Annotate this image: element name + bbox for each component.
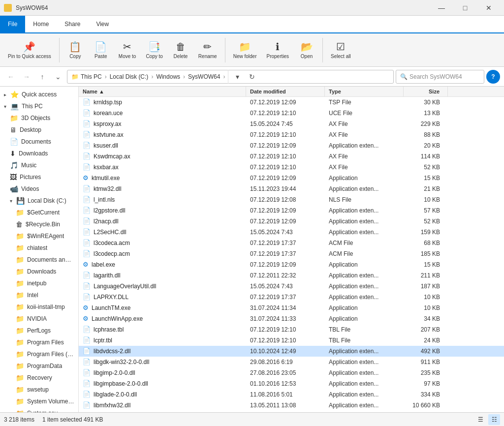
rename-button[interactable]: ✏ Rename <box>194 39 221 61</box>
file-name: l2gpstore.dll <box>94 207 126 214</box>
sidebar-item-local-disk-c[interactable]: ▾ 💾 Local Disk (C:) <box>0 195 78 207</box>
paste-button[interactable]: 📄 Paste <box>89 39 113 61</box>
move-to-button[interactable]: ✂ Move to <box>115 39 140 61</box>
table-row[interactable]: 📄 ksxbar.ax 07.12.2019 12:10 AX File 52 … <box>79 162 504 173</box>
sidebar-item-downloads-c[interactable]: 📁 Downloads <box>0 266 78 277</box>
sidebar-item-perflogs[interactable]: 📁 PerfLogs <box>0 325 78 336</box>
table-row[interactable]: 📄 korean.uce 07.12.2019 12:10 UCE File 1… <box>79 108 504 119</box>
sidebar-item-system-sav[interactable]: 📁 System.sav <box>0 407 78 412</box>
column-header-name[interactable]: Name ▲ <box>79 87 246 96</box>
sidebar-item-getcurrent[interactable]: 📁 $GetCurrent <box>0 207 78 218</box>
sidebar-item-downloads[interactable]: ⬇ Downloads <box>0 148 78 159</box>
sidebar-item-recovery[interactable]: 📁 Recovery <box>0 372 78 384</box>
recent-locations-button[interactable]: ⌄ <box>51 70 65 84</box>
large-icons-view-button[interactable]: ☷ <box>488 414 500 425</box>
sidebar-item-intel[interactable]: 📁 Intel <box>0 289 78 301</box>
table-row[interactable]: 📄 l3codecp.acm 07.12.2019 17:37 ACM File… <box>79 248 504 259</box>
table-row[interactable]: ⚙ LaunchTM.exe 31.07.2024 11:34 Applicat… <box>79 303 504 313</box>
table-row[interactable]: 📄 l3codeca.acm 07.12.2019 17:37 ACM File… <box>79 238 504 248</box>
table-row[interactable]: 📄 kstvtune.ax 07.12.2019 12:10 AX File 8… <box>79 129 504 140</box>
address-dropdown-button[interactable]: ▾ <box>230 70 244 84</box>
file-list[interactable]: 📄 krnldsp.tsp 07.12.2019 12:09 TSP File … <box>79 97 504 412</box>
file-name: ktmw32.dll <box>94 185 122 192</box>
sidebar-item-program-files-x86[interactable]: 📁 Program Files (x86... <box>0 348 78 360</box>
table-row[interactable]: 📄 libgimpbase-2.0-0.dll 01.10.2016 12:53… <box>79 378 504 389</box>
forward-button[interactable]: → <box>20 70 33 84</box>
table-row[interactable]: 📄 lagarith.dll 07.12.2011 22:32 Applicat… <box>79 270 504 281</box>
up-button[interactable]: ↑ <box>35 70 49 84</box>
sidebar-item-documents[interactable]: 📄 Documents <box>0 136 78 148</box>
table-row[interactable]: 📄 ksuser.dll 07.12.2019 12:09 Applicatio… <box>79 140 504 151</box>
table-row[interactable]: 📄 Kswdmcap.ax 07.12.2019 12:10 AX File 1… <box>79 151 504 162</box>
sidebar-item-nvidia[interactable]: 📁 NVIDIA <box>0 313 78 325</box>
table-row[interactable]: 📄 L2SecHC.dll 15.05.2024 7:43 Applicatio… <box>79 227 504 238</box>
breadcrumb-thispc[interactable]: This PC <box>81 73 102 80</box>
delete-button[interactable]: 🗑 Delete <box>169 39 192 61</box>
properties-button[interactable]: ℹ Properties <box>262 39 293 61</box>
tab-view[interactable]: View <box>88 16 117 32</box>
select-all-button[interactable]: ☑ Select all <box>327 39 355 61</box>
column-header-date[interactable]: Date modified <box>246 87 325 96</box>
table-row[interactable]: ⚙ ktmutil.exe 07.12.2019 12:09 Applicati… <box>79 173 504 183</box>
sidebar-item-program-files[interactable]: 📁 Program Files <box>0 336 78 348</box>
sidebar-item-chiatest[interactable]: 📁 chiatest <box>0 242 78 254</box>
table-row[interactable]: 📄 libglade-2.0-0.dll 11.08.2016 5:01 App… <box>79 389 504 400</box>
table-row[interactable]: 📄 libgdk-win32-2.0-0.dll 29.08.2016 6:19… <box>79 357 504 367</box>
sidebar-item-this-pc[interactable]: ▾ 💻 This PC <box>0 100 78 112</box>
sidebar-item-videos[interactable]: 📹 Videos <box>0 183 78 195</box>
copy-button[interactable]: 📋 Copy <box>63 39 87 61</box>
sidebar-item-programdata[interactable]: 📁 ProgramData <box>0 360 78 372</box>
table-row[interactable]: 📄 l_intl.nls 07.12.2019 12:08 NLS File 1… <box>79 194 504 205</box>
sidebar-item-3d-objects[interactable]: 📁 3D Objects <box>0 112 78 124</box>
table-row[interactable]: 📄 ksproxy.ax 15.05.2024 7:45 AX File 229… <box>79 119 504 129</box>
sidebar-item-system-volume[interactable]: 📁 System Volume In... <box>0 396 78 407</box>
close-button[interactable]: ✕ <box>477 0 500 16</box>
column-header-type[interactable]: Type <box>325 87 404 96</box>
sidebar-item-swsetup[interactable]: 📁 swsetup <box>0 384 78 396</box>
table-row[interactable]: 📄 LanguageOverlayUtil.dll 15.05.2024 7:4… <box>79 281 504 292</box>
table-row[interactable]: 📄 libdvdcss-2.dll 10.10.2024 12:49 Appli… <box>79 346 504 357</box>
copy-to-button[interactable]: 📑 Copy to <box>142 39 166 61</box>
sidebar-item-koii[interactable]: 📁 koii-install-tmp <box>0 301 78 313</box>
sidebar-item-inetpub[interactable]: 📁 inetpub <box>0 277 78 289</box>
pin-to-quick-access-button[interactable]: 📌 Pin to Quick access <box>4 39 55 61</box>
table-row[interactable]: 📄 LAPRXY.DLL 07.12.2019 17:37 Applicatio… <box>79 292 504 303</box>
table-row[interactable]: 📄 krnldsp.tsp 07.12.2019 12:09 TSP File … <box>79 97 504 108</box>
file-date: 07.12.2019 12:10 <box>246 109 325 118</box>
tab-file[interactable]: File <box>0 16 25 32</box>
table-row[interactable]: 📄 libmfxsw32.dll 13.05.2011 13:08 Applic… <box>79 411 504 412</box>
sidebar-item-desktop[interactable]: 🖥 Desktop <box>0 124 78 136</box>
sidebar-item-winreagent[interactable]: 📁 $WinREAgent <box>0 230 78 242</box>
breadcrumb-localdisk[interactable]: Local Disk (C:) <box>110 73 149 80</box>
sidebar-item-documents-and-s[interactable]: 📁 Documents and S... <box>0 254 78 266</box>
new-folder-button[interactable]: 📁 New folder <box>229 39 261 61</box>
sidebar-item-recycle-bin[interactable]: 🗑 $Recycle.Bin <box>0 218 78 230</box>
table-row[interactable]: 📄 libmfxhw32.dll 13.05.2011 13:08 Applic… <box>79 400 504 411</box>
breadcrumb-windows[interactable]: Windows <box>156 73 180 80</box>
help-button[interactable]: ? <box>486 70 500 84</box>
table-row[interactable]: ⚙ LaunchWinApp.exe 31.07.2024 11:33 Appl… <box>79 313 504 324</box>
table-row[interactable]: 📄 lcptr.tbl 07.12.2019 12:10 TBL File 24… <box>79 335 504 346</box>
address-box[interactable]: 📁 This PC › Local Disk (C:) › Windows › … <box>67 70 394 84</box>
search-box[interactable]: 🔍 Search SysWOW64 <box>396 70 484 84</box>
table-row[interactable]: 📄 libgimp-2.0-0.dll 27.08.2016 23:05 App… <box>79 367 504 378</box>
minimize-button[interactable]: — <box>430 0 453 16</box>
sidebar-item-pictures[interactable]: 🖼 Pictures <box>0 171 78 183</box>
maximize-button[interactable]: □ <box>454 0 476 16</box>
table-row[interactable]: 📄 lcphrase.tbl 07.12.2019 12:10 TBL File… <box>79 324 504 335</box>
tab-share[interactable]: Share <box>57 16 88 32</box>
back-button[interactable]: ← <box>4 70 18 84</box>
sidebar-item-quick-access[interactable]: ▸ ⭐ Quick access <box>0 89 78 100</box>
column-header-size[interactable]: Size <box>404 87 448 96</box>
file-name: korean.uce <box>94 110 123 117</box>
open-button[interactable]: 📂 Open <box>295 39 318 61</box>
breadcrumb-syswow64[interactable]: SysWOW64 <box>188 73 220 80</box>
table-row[interactable]: 📄 l2gpstore.dll 07.12.2019 12:09 Applica… <box>79 205 504 216</box>
refresh-button[interactable]: ↻ <box>245 70 259 84</box>
details-view-button[interactable]: ☰ <box>474 414 486 425</box>
table-row[interactable]: 📄 l2nacp.dll 07.12.2019 12:09 Applicatio… <box>79 216 504 227</box>
tab-home[interactable]: Home <box>25 16 57 32</box>
table-row[interactable]: 📄 ktmw32.dll 15.11.2023 19:44 Applicatio… <box>79 183 504 194</box>
table-row[interactable]: ⚙ label.exe 07.12.2019 12:09 Application… <box>79 259 504 270</box>
sidebar-item-music[interactable]: 🎵 Music <box>0 159 78 171</box>
